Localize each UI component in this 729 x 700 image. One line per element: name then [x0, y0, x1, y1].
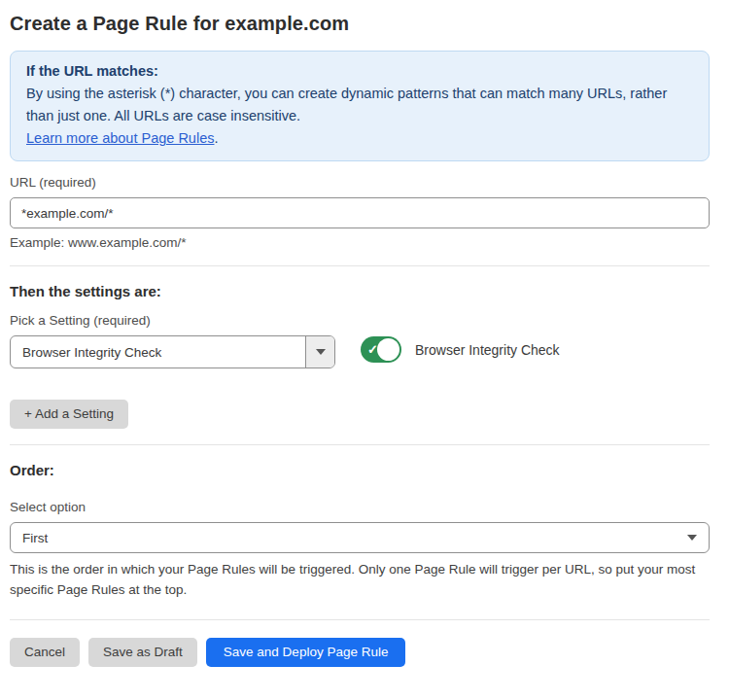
order-select-label: Select option — [10, 500, 710, 514]
url-match-info-box: If the URL matches: By using the asteris… — [10, 51, 710, 161]
setting-dropdown-value: Browser Integrity Check — [11, 345, 305, 360]
link-suffix: . — [214, 130, 218, 146]
url-example-text: Example: www.example.com/* — [10, 235, 710, 250]
url-input[interactable] — [10, 197, 710, 228]
footer-actions: Cancel Save as Draft Save and Deploy Pag… — [10, 638, 710, 667]
info-box-link-line: Learn more about Page Rules. — [26, 127, 693, 150]
url-field-label: URL (required) — [10, 175, 710, 190]
order-section-heading: Order: — [10, 462, 710, 478]
setting-dropdown-arrow-button[interactable] — [305, 336, 334, 368]
toggle-knob — [377, 338, 399, 361]
setting-row: Browser Integrity Check ✓ Browser Integr… — [10, 335, 710, 368]
divider — [10, 265, 710, 266]
info-box-heading: If the URL matches: — [26, 60, 693, 83]
toggle-label: Browser Integrity Check — [415, 342, 560, 358]
settings-section-heading: Then the settings are: — [10, 283, 710, 299]
order-dropdown-value: First — [22, 531, 687, 545]
add-setting-button[interactable]: + Add a Setting — [10, 400, 128, 429]
browser-integrity-toggle[interactable]: ✓ — [361, 336, 401, 363]
divider — [10, 444, 710, 445]
order-help-text: This is the order in which your Page Rul… — [10, 559, 710, 600]
save-and-deploy-button[interactable]: Save and Deploy Page Rule — [206, 638, 406, 667]
caret-down-icon — [316, 349, 326, 355]
learn-more-link[interactable]: Learn more about Page Rules — [26, 130, 214, 146]
save-as-draft-button[interactable]: Save as Draft — [88, 638, 197, 667]
page-title: Create a Page Rule for example.com — [10, 13, 710, 35]
setting-dropdown[interactable]: Browser Integrity Check — [10, 335, 335, 368]
caret-down-icon — [687, 535, 697, 541]
cancel-button[interactable]: Cancel — [10, 638, 80, 667]
divider — [10, 619, 710, 620]
info-box-body: By using the asterisk (*) character, you… — [26, 83, 693, 127]
create-page-rule-panel: Create a Page Rule for example.com If th… — [0, 0, 729, 667]
order-dropdown[interactable]: First — [10, 522, 710, 553]
pick-setting-label: Pick a Setting (required) — [10, 313, 710, 328]
